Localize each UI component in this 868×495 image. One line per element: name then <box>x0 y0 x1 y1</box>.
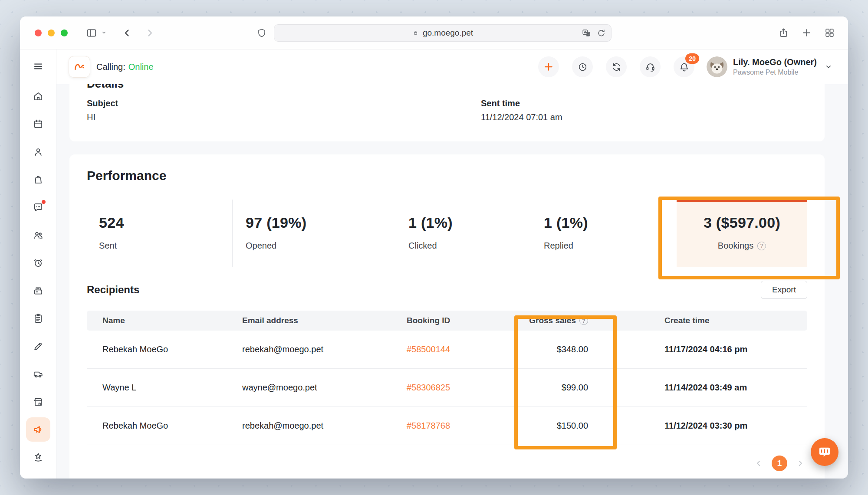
traffic-lights <box>35 30 68 36</box>
column-email: Email address <box>242 316 407 325</box>
translate-icon[interactable] <box>582 28 591 38</box>
sync-button[interactable] <box>606 56 627 77</box>
cell-booking-id[interactable]: #58178768 <box>407 421 526 431</box>
calling-status: Calling: Online <box>96 62 154 72</box>
sidebar-item-home[interactable] <box>26 82 50 110</box>
column-gross-sales: Gross sales ? <box>526 316 630 325</box>
sidebar-item-clients[interactable] <box>26 138 50 166</box>
stat-replied[interactable]: 1 (1%) Replied <box>528 200 677 267</box>
sidebar-item-reminders[interactable] <box>26 249 50 277</box>
performance-stats: 524 Sent 97 (19%) Opened 1 (1%) Clicked <box>87 200 807 267</box>
forward-button[interactable] <box>145 28 155 38</box>
cell-gross-sales: $150.00 <box>526 421 630 431</box>
cell-booking-id[interactable]: #58306825 <box>407 383 526 393</box>
browser-toolbar: go.moego.pet <box>20 16 848 49</box>
recipients-table: Name Email address Booking ID Gross sale… <box>87 311 807 445</box>
cell-name: Rebekah MoeGo <box>87 344 242 354</box>
share-icon[interactable] <box>778 27 789 38</box>
cell-name: Rebekah MoeGo <box>87 421 242 431</box>
sidebar-item-calendar[interactable] <box>26 110 50 138</box>
new-tab-icon[interactable] <box>801 27 812 38</box>
account-menu[interactable]: Lily. MoeGo (Owner) Pawsome Pet Mobile <box>733 57 817 76</box>
stat-bookings-selected[interactable]: 3 ($597.00) Bookings ? <box>677 200 807 267</box>
sidebar-item-sales[interactable] <box>26 166 50 193</box>
stat-sent-value: 524 <box>99 214 232 231</box>
menu-toggle-icon[interactable] <box>33 58 44 75</box>
app-sidebar <box>20 49 56 479</box>
reload-icon[interactable] <box>596 28 606 38</box>
recipients-title: Recipients <box>87 284 139 296</box>
stat-replied-value: 1 (1%) <box>544 214 677 231</box>
stat-opened-label: Opened <box>246 241 380 251</box>
unread-dot <box>42 200 46 204</box>
calling-label: Calling: <box>96 62 125 72</box>
details-card: Details Subject HI Sent time 11/12/2024 … <box>69 84 825 141</box>
table-row[interactable]: Rebekah MoeGo rebekah@moego.pet #5817876… <box>87 407 807 445</box>
moego-logo[interactable] <box>69 56 90 78</box>
stat-clicked-label: Clicked <box>408 241 528 251</box>
url-bar[interactable]: go.moego.pet <box>274 24 612 42</box>
browser-window: go.moego.pet <box>20 16 848 479</box>
cell-create-time: 11/12/2024 03:30 pm <box>630 421 807 431</box>
sent-time-field: Sent time 11/12/2024 07:01 am <box>481 98 562 122</box>
stat-bookings-label: Bookings <box>718 241 753 251</box>
sidebar-item-grooming[interactable] <box>26 332 50 360</box>
gross-sales-help-icon[interactable]: ? <box>579 316 588 325</box>
cell-booking-id[interactable]: #58500144 <box>407 344 526 354</box>
cell-create-time: 11/17/2024 04:16 pm <box>630 344 807 354</box>
subject-value: HI <box>87 112 481 122</box>
cell-gross-sales: $348.00 <box>526 344 630 354</box>
pagination: 1 <box>87 456 807 471</box>
stat-opened-value: 97 (19%) <box>246 214 380 231</box>
export-button[interactable]: Export <box>761 281 807 299</box>
sidebar-item-mobile-van[interactable] <box>26 360 50 388</box>
privacy-shield-icon[interactable] <box>256 28 267 38</box>
sidebar-chevron-icon[interactable] <box>101 30 107 36</box>
minimize-button[interactable] <box>48 30 55 36</box>
column-booking-id: Booking ID <box>407 316 526 325</box>
close-button[interactable] <box>35 30 42 36</box>
app-header: Calling: Online <box>56 49 848 84</box>
prev-page-icon[interactable] <box>753 457 765 469</box>
bookings-help-icon[interactable]: ? <box>757 242 766 250</box>
calling-online-value: Online <box>128 62 154 72</box>
sent-time-label: Sent time <box>481 98 562 108</box>
stat-opened[interactable]: 97 (19%) Opened <box>232 200 380 267</box>
stat-sent[interactable]: 524 Sent <box>87 200 232 267</box>
url-text: go.moego.pet <box>423 28 473 38</box>
sidebar-item-shop[interactable] <box>26 388 50 416</box>
table-row[interactable]: Wayne L wayne@moego.pet #58306825 $99.00… <box>87 369 807 407</box>
zoom-button[interactable] <box>61 30 68 36</box>
gross-sales-header-text: Gross sales <box>529 316 576 325</box>
sidebar-item-staff[interactable] <box>26 221 50 249</box>
sidebar-item-messages[interactable] <box>26 193 50 221</box>
back-button[interactable] <box>122 28 132 38</box>
next-page-icon[interactable] <box>794 457 806 469</box>
tab-overview-icon[interactable] <box>824 27 835 38</box>
sidebar-toggle-icon[interactable] <box>86 27 97 39</box>
support-headset-button[interactable] <box>640 56 661 77</box>
sent-time-value: 11/12/2024 07:01 am <box>481 112 562 122</box>
avatar[interactable] <box>707 56 727 77</box>
sidebar-item-marketing[interactable] <box>26 417 50 442</box>
stat-clicked[interactable]: 1 (1%) Clicked <box>380 200 528 267</box>
table-row[interactable]: Rebekah MoeGo rebekah@moego.pet #5850014… <box>87 331 807 369</box>
cell-create-time: 11/14/2024 03:49 am <box>630 383 807 393</box>
sidebar-item-reports[interactable] <box>26 305 50 332</box>
page-content: Details Subject HI Sent time 11/12/2024 … <box>56 84 848 479</box>
column-create-time: Create time <box>630 316 807 325</box>
page-number[interactable]: 1 <box>772 456 787 471</box>
notifications-button[interactable]: 20 <box>674 56 694 77</box>
sidebar-item-reviews[interactable] <box>26 443 50 471</box>
cell-name: Wayne L <box>87 383 242 393</box>
chat-widget-button[interactable] <box>811 438 838 466</box>
subject-label: Subject <box>87 98 481 108</box>
sidebar-item-payments[interactable] <box>26 277 50 305</box>
performance-title: Performance <box>87 168 807 183</box>
selected-stat-indicator <box>677 200 807 202</box>
add-button[interactable] <box>538 56 559 77</box>
cell-email: rebekah@moego.pet <box>242 344 407 354</box>
chevron-down-icon[interactable] <box>824 62 833 72</box>
column-name: Name <box>87 316 242 325</box>
recent-activity-button[interactable] <box>572 56 593 77</box>
